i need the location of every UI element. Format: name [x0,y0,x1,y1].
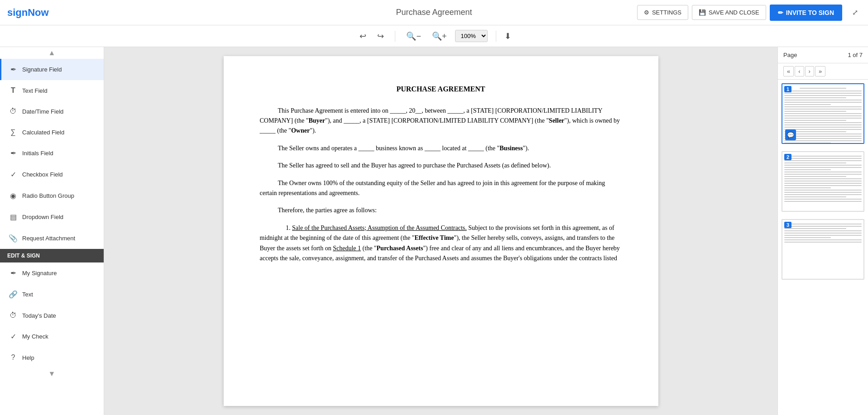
sidebar-item-help[interactable]: ? Help [0,347,104,368]
scroll-up[interactable]: ▲ [0,47,104,59]
paragraph-3: The Seller has agreed to sell and the Bu… [260,161,622,171]
right-panel: Page 1 of 7 « ‹ › » 1 [777,47,868,415]
sidebar-item-request-attachment[interactable]: 📎 Request Attachment [0,228,104,249]
text-icon: T [9,86,18,95]
help-icon: ? [9,353,18,362]
document-page: PURCHASE AGREEMENT This Purchase Agreeme… [224,56,658,406]
document-title: Purchase Agreement [396,8,472,17]
main-layout: ▲ ✒ Signature Field T Text Field ⏱ Date/… [0,47,868,415]
save-icon: 💾 [699,9,706,16]
undo-button[interactable]: ↩ [357,29,369,43]
todays-date-icon: ⏱ [9,311,18,320]
sidebar: ▲ ✒ Signature Field T Text Field ⏱ Date/… [0,47,104,415]
calculated-icon: ∑ [9,128,18,136]
checkbox-icon: ✓ [9,170,18,179]
page-thumb-number-1: 1 [784,86,791,92]
toolbar: ↩ ↪ 🔍− 🔍+ 50% 75% 100% 125% 150% ⬇ [0,25,868,47]
settings-button[interactable]: ⚙ SETTINGS [637,5,688,20]
download-button[interactable]: ⬇ [504,31,511,41]
page-nav-header: Page 1 of 7 [778,47,868,63]
sidebar-item-todays-date[interactable]: ⏱ Today's Date [0,305,104,326]
toolbar-divider [395,31,395,42]
next-page-button[interactable]: › [805,66,814,76]
zoom-out-button[interactable]: 🔍− [403,29,424,43]
paragraph-6: 1. Sale of the Purchased Assets; Assumpt… [260,223,622,264]
first-page-button[interactable]: « [783,66,794,76]
edit-sign-section-header: Edit & Sign [0,249,104,262]
invite-to-sign-button[interactable]: ✏ INVITE TO SIGN [770,5,842,21]
sidebar-item-initials-field[interactable]: ✒ Initials Field [0,143,104,164]
page-thumbnail-2[interactable]: 2 [782,151,864,212]
page-thumb-content-2 [782,152,863,211]
sidebar-item-text[interactable]: 🔗 Text [0,284,104,305]
page-thumb-number-2: 2 [784,154,791,160]
paragraph-1: This Purchase Agreement is entered into … [260,106,622,136]
dropdown-icon: ▤ [9,213,18,221]
sidebar-item-my-check[interactable]: ✓ My Check [0,326,104,347]
sidebar-item-calculated-field[interactable]: ∑ Calculated Field [0,122,104,143]
header: signNow Purchase Agreement ⚙ SETTINGS 💾 … [0,0,868,25]
signature-icon: ✒ [9,65,18,74]
sidebar-item-signature-field[interactable]: ✒ Signature Field [0,59,104,80]
initials-icon: ✒ [9,149,18,157]
prev-page-button[interactable]: ‹ [795,66,804,76]
sidebar-item-dropdown-field[interactable]: ▤ Dropdown Field [0,206,104,228]
my-check-icon: ✓ [9,332,18,341]
zoom-in-button[interactable]: 🔍+ [429,29,450,43]
page-nav-arrows: « ‹ › » [778,63,868,80]
sidebar-item-datetime-field[interactable]: ⏱ Date/Time Field [0,101,104,122]
text-link-icon: 🔗 [9,290,18,299]
clock-icon: ⏱ [9,107,18,115]
attachment-icon: 📎 [9,234,18,243]
page-thumbnail-3[interactable]: 3 [782,219,864,280]
sidebar-item-my-signature[interactable]: ✒ My Signature [0,262,104,284]
pen-icon: ✏ [778,9,783,16]
expand-icon[interactable]: ⤢ [849,6,861,19]
save-close-button[interactable]: 💾 SAVE AND CLOSE [692,5,766,20]
gear-icon: ⚙ [644,9,649,16]
toolbar-divider-2 [496,31,496,42]
page-thumb-content-3 [782,220,863,279]
document-heading: PURCHASE AGREEMENT [260,83,622,95]
my-signature-icon: ✒ [9,269,18,277]
paragraph-4: The Owner owns 100% of the outstanding e… [260,178,622,199]
sidebar-item-checkbox-field[interactable]: ✓ Checkbox Field [0,164,104,185]
paragraph-2: The Seller owns and operates a _____ bus… [260,143,622,153]
header-actions: ⚙ SETTINGS 💾 SAVE AND CLOSE ✏ INVITE TO … [637,5,861,21]
logo: signNow [7,7,49,19]
page-thumb-number-3: 3 [784,222,791,228]
radio-icon: ◉ [9,191,18,200]
document-area: PURCHASE AGREEMENT This Purchase Agreeme… [104,47,777,415]
paragraph-5: Therefore, the parties agree as follows: [260,205,622,215]
redo-button[interactable]: ↪ [374,29,387,43]
last-page-button[interactable]: » [815,66,825,76]
sidebar-item-radio-button-group[interactable]: ◉ Radio Button Group [0,185,104,206]
scroll-down[interactable]: ▼ [0,368,104,380]
page-count: 1 of 7 [848,52,863,58]
page-thumbnail-1[interactable]: 1 [782,83,864,144]
chat-icon-1[interactable]: 💬 [785,129,796,140]
sidebar-item-text-field[interactable]: T Text Field [0,80,104,101]
zoom-select[interactable]: 50% 75% 100% 125% 150% [455,30,488,42]
